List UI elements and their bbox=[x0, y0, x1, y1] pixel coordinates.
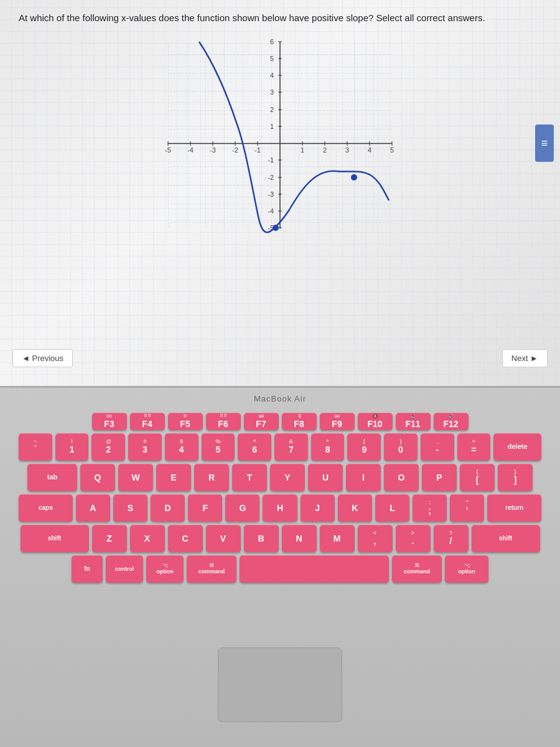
key-4[interactable]: $ 4 bbox=[165, 433, 198, 461]
navigation-buttons: ◄ Previous Next ► bbox=[0, 349, 560, 367]
key-f8[interactable]: ⏸ F8 bbox=[282, 413, 317, 430]
svg-text:-4: -4 bbox=[268, 207, 274, 215]
key-7[interactable]: & 7 bbox=[274, 433, 308, 461]
key-left-shift[interactable]: shift bbox=[21, 525, 89, 552]
key-o[interactable]: O bbox=[384, 464, 419, 491]
touchpad[interactable] bbox=[218, 647, 342, 722]
key-l[interactable]: L bbox=[375, 494, 409, 522]
svg-text:-5: -5 bbox=[165, 146, 171, 154]
key-w[interactable]: W bbox=[118, 464, 153, 491]
key-u[interactable]: U bbox=[308, 464, 343, 491]
key-comma[interactable]: < , bbox=[358, 525, 393, 552]
key-n[interactable]: N bbox=[282, 525, 317, 552]
key-right-shift[interactable]: shift bbox=[472, 525, 540, 552]
key-r[interactable]: R bbox=[194, 464, 229, 491]
key-m[interactable]: M bbox=[320, 525, 355, 552]
key-f10[interactable]: 🔇 F10 bbox=[358, 413, 393, 430]
svg-text:1: 1 bbox=[301, 146, 304, 154]
key-equals[interactable]: + = bbox=[457, 433, 491, 461]
key-f12[interactable]: 🔊 F12 bbox=[434, 413, 469, 430]
key-fn[interactable]: fn bbox=[72, 555, 103, 583]
macbook-label: MacBook Air bbox=[0, 388, 560, 403]
asdf-key-row: caps A S D F G H J K L : ; " ' return bbox=[19, 494, 541, 522]
svg-text:6: 6 bbox=[270, 38, 274, 45]
key-period[interactable]: > . bbox=[396, 525, 431, 552]
svg-text:3: 3 bbox=[345, 146, 349, 154]
key-f4[interactable]: ⠿⠿ F4 bbox=[130, 413, 165, 430]
key-g[interactable]: G bbox=[225, 494, 259, 522]
svg-text:3: 3 bbox=[270, 88, 274, 96]
key-2[interactable]: @ 2 bbox=[91, 433, 125, 461]
next-button[interactable]: Next ► bbox=[502, 349, 548, 367]
key-1[interactable]: ! 1 bbox=[55, 433, 89, 461]
key-3[interactable]: # 3 bbox=[128, 433, 162, 461]
key-6[interactable]: ^ 6 bbox=[238, 433, 271, 461]
svg-text:5: 5 bbox=[390, 146, 394, 154]
key-delete[interactable]: delete bbox=[493, 433, 541, 461]
keyboard: 80 F3 ⠿⠿ F4 ☀ F5 ⠿⠿ F6 ⏮ F7 ⏸ F8 bbox=[19, 413, 541, 586]
key-f9[interactable]: ⏭ F9 bbox=[320, 413, 355, 430]
key-command-left[interactable]: ⌘ command bbox=[187, 555, 236, 583]
key-q[interactable]: Q bbox=[80, 464, 115, 491]
previous-button[interactable]: ◄ Previous bbox=[12, 349, 73, 367]
key-8[interactable]: * 8 bbox=[311, 433, 345, 461]
key-p[interactable]: P bbox=[422, 464, 457, 491]
key-minus[interactable]: _ - bbox=[421, 433, 454, 461]
key-tab[interactable]: tab bbox=[27, 464, 77, 491]
key-b[interactable]: B bbox=[244, 525, 279, 552]
key-z[interactable]: Z bbox=[92, 525, 127, 552]
key-f5[interactable]: ☀ F5 bbox=[168, 413, 203, 430]
key-0[interactable]: ) 0 bbox=[384, 433, 418, 461]
svg-text:4: 4 bbox=[368, 146, 371, 154]
key-x[interactable]: X bbox=[130, 525, 165, 552]
key-command-right[interactable]: ⌘ command bbox=[392, 555, 442, 583]
svg-text:-3: -3 bbox=[210, 146, 216, 154]
key-t[interactable]: T bbox=[232, 464, 267, 491]
key-s[interactable]: S bbox=[113, 494, 147, 522]
key-f7[interactable]: ⏮ F7 bbox=[244, 413, 279, 430]
key-semicolon[interactable]: : ; bbox=[413, 494, 447, 522]
key-a[interactable]: A bbox=[76, 494, 110, 522]
svg-text:-2: -2 bbox=[232, 146, 238, 154]
key-k[interactable]: K bbox=[338, 494, 372, 522]
key-return[interactable]: return bbox=[487, 494, 541, 522]
key-quote[interactable]: " ' bbox=[450, 494, 484, 522]
number-key-row: ~ ` ! 1 @ 2 # 3 $ 4 % 5 bbox=[19, 433, 541, 461]
key-option-left[interactable]: ⌥ option bbox=[146, 555, 184, 583]
key-f6[interactable]: ⠿⠿ F6 bbox=[206, 413, 241, 430]
screen: At which of the following x-values does … bbox=[0, 0, 560, 386]
key-e[interactable]: E bbox=[156, 464, 191, 491]
key-9[interactable]: ( 9 bbox=[347, 433, 381, 461]
side-icon-button[interactable]: ≡ bbox=[535, 125, 554, 162]
key-c[interactable]: C bbox=[168, 525, 203, 552]
key-backtick[interactable]: ~ ` bbox=[19, 433, 52, 461]
key-f[interactable]: F bbox=[188, 494, 222, 522]
key-d[interactable]: D bbox=[151, 494, 185, 522]
key-f11[interactable]: 🔉 F11 bbox=[396, 413, 431, 430]
key-h[interactable]: H bbox=[263, 494, 297, 522]
svg-text:4: 4 bbox=[270, 72, 274, 79]
zxcv-key-row: shift Z X C V B N M < , > . ? / shift bbox=[19, 525, 541, 552]
macbook-body: MacBook Air 80 F3 ⠿⠿ F4 ☀ F5 ⠿⠿ F6 ⏮ F7 bbox=[0, 386, 560, 747]
key-space[interactable] bbox=[240, 555, 389, 583]
key-bracket-close[interactable]: } ] bbox=[498, 464, 533, 491]
qwerty-key-row: tab Q W E R T Y U I O P { [ } ] bbox=[19, 464, 541, 491]
key-slash[interactable]: ? / bbox=[434, 525, 469, 552]
key-y[interactable]: Y bbox=[270, 464, 305, 491]
key-bracket-open[interactable]: { [ bbox=[460, 464, 495, 491]
key-caps-lock[interactable]: caps bbox=[19, 494, 73, 522]
key-option-right[interactable]: ⌥ option bbox=[445, 555, 488, 583]
key-control[interactable]: control bbox=[106, 555, 143, 583]
svg-text:5: 5 bbox=[270, 55, 274, 62]
svg-text:2: 2 bbox=[270, 106, 274, 113]
svg-text:-3: -3 bbox=[268, 190, 274, 198]
key-esc[interactable]: 80 F3 bbox=[92, 413, 127, 430]
svg-text:-1: -1 bbox=[268, 156, 274, 164]
svg-text:-4: -4 bbox=[187, 146, 194, 154]
fn-key-row: 80 F3 ⠿⠿ F4 ☀ F5 ⠿⠿ F6 ⏮ F7 ⏸ F8 bbox=[19, 413, 541, 430]
key-5[interactable]: % 5 bbox=[202, 433, 235, 461]
key-j[interactable]: J bbox=[301, 494, 335, 522]
bottom-key-row: fn control ⌥ option ⌘ command ⌘ command … bbox=[19, 555, 541, 583]
key-i[interactable]: I bbox=[346, 464, 381, 491]
key-v[interactable]: V bbox=[206, 525, 241, 552]
